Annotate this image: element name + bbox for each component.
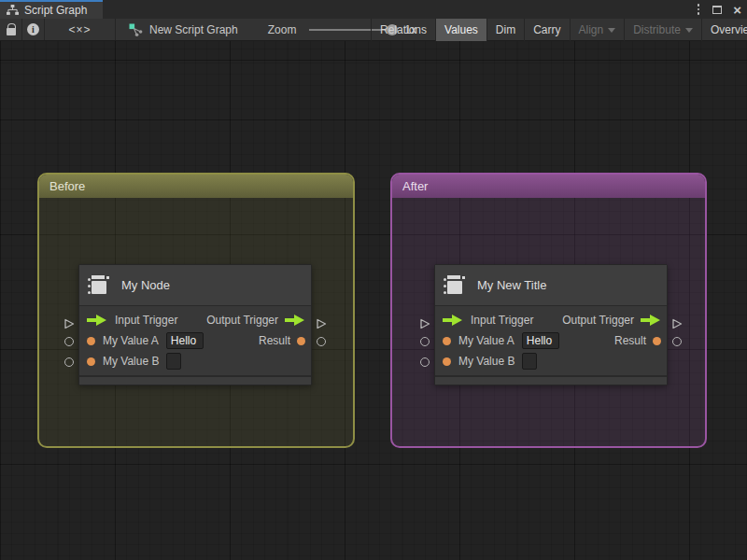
distribute-label: Distribute <box>633 23 681 36</box>
align-label: Align <box>579 23 604 36</box>
result-external-port[interactable] <box>317 337 326 346</box>
value-b-port-icon[interactable] <box>87 357 95 366</box>
value-a-port-icon[interactable] <box>443 337 451 345</box>
value-a-external-port[interactable] <box>420 337 430 346</box>
result-port-icon[interactable] <box>297 337 305 345</box>
overview-button[interactable]: Overview <box>701 19 747 41</box>
script-graph-window: Script Graph × i <×> New Script Graph <box>0 0 747 560</box>
output-trigger-label: Output Trigger <box>206 314 278 327</box>
lock-button[interactable] <box>0 19 21 40</box>
title-bar: Script Graph × <box>0 0 747 19</box>
lock-icon <box>7 28 16 35</box>
window-controls: × <box>696 0 741 19</box>
value-b-input[interactable] <box>522 353 537 370</box>
code-preview-toggle[interactable]: <×> <box>45 19 115 40</box>
input-trigger-icon[interactable] <box>87 315 107 326</box>
value-b-external-port[interactable] <box>420 357 430 367</box>
value-b-external-port[interactable] <box>64 357 74 367</box>
graph-name-label: New Script Graph <box>149 23 238 36</box>
node-body: Input Trigger Output Trigger My Value A … <box>79 306 311 375</box>
output-trigger-external-port[interactable] <box>316 316 327 333</box>
input-trigger-external-port[interactable] <box>419 316 430 333</box>
output-trigger-label: Output Trigger <box>562 314 634 327</box>
value-a-input[interactable] <box>166 332 204 349</box>
group-before-title: Before <box>49 179 85 193</box>
tab-script-graph[interactable]: Script Graph <box>0 0 103 19</box>
value-b-label: My Value B <box>458 355 514 368</box>
info-icon: i <box>27 23 39 35</box>
align-dropdown[interactable]: Align <box>570 19 625 41</box>
carry-button[interactable]: Carry <box>524 19 569 41</box>
node-title: My New Title <box>477 278 546 292</box>
node-header[interactable]: My New Title <box>435 265 667 306</box>
graph-canvas[interactable]: Before After My <box>0 41 747 560</box>
zoom-label: Zoom <box>268 23 297 36</box>
maximize-icon[interactable] <box>712 6 722 14</box>
node-footer <box>79 375 311 385</box>
dim-button[interactable]: Dim <box>486 19 524 41</box>
value-a-label: My Value A <box>103 334 159 347</box>
relations-button[interactable]: Relations <box>371 19 435 41</box>
value-b-port-icon[interactable] <box>443 357 451 366</box>
node-body: Input Trigger Output Trigger My Value A … <box>435 306 667 375</box>
input-trigger-icon[interactable] <box>443 315 463 326</box>
graph-toolbar: i <×> New Script Graph Zoom 1x Relations… <box>0 19 747 41</box>
hierarchy-icon <box>7 5 19 16</box>
value-b-label: My Value B <box>103 355 159 368</box>
chevron-down-icon <box>608 28 615 33</box>
node-title: My Node <box>121 278 170 292</box>
window-menu-icon[interactable] <box>696 2 702 17</box>
values-button[interactable]: Values <box>435 19 486 41</box>
value-b-row: My Value B <box>435 351 667 371</box>
value-a-label: My Value A <box>458 334 514 347</box>
result-external-port[interactable] <box>672 337 682 346</box>
tab-title: Script Graph <box>24 4 87 17</box>
result-port-icon[interactable] <box>653 337 661 345</box>
input-trigger-label: Input Trigger <box>115 314 177 327</box>
value-a-row: My Value A Result <box>435 330 667 351</box>
info-button[interactable]: i <box>22 19 44 40</box>
node-header[interactable]: My Node <box>79 265 311 306</box>
value-a-row: My Value A Result <box>79 330 311 351</box>
node-footer <box>435 375 667 385</box>
group-after-title: After <box>402 179 428 193</box>
value-a-port-icon[interactable] <box>87 337 95 345</box>
close-icon[interactable]: × <box>733 3 741 17</box>
trigger-row: Input Trigger Output Trigger <box>435 310 667 330</box>
group-before-header[interactable]: Before <box>39 175 353 198</box>
value-b-row: My Value B <box>79 351 311 371</box>
result-label: Result <box>259 334 290 347</box>
node-my-new-title[interactable]: My New Title Input Trigger Output Trigge… <box>434 264 668 385</box>
input-trigger-label: Input Trigger <box>471 314 533 327</box>
value-a-external-port[interactable] <box>64 337 74 346</box>
output-trigger-external-port[interactable] <box>671 316 683 333</box>
value-b-input[interactable] <box>166 353 181 370</box>
trigger-row: Input Trigger Output Trigger <box>79 310 311 330</box>
output-trigger-icon[interactable] <box>641 315 661 326</box>
distribute-dropdown[interactable]: Distribute <box>624 19 701 41</box>
toolbar-toggle-group: Relations Values Dim Carry Align Distrib… <box>371 19 747 41</box>
node-my-node[interactable]: My Node Input Trigger Output Trigger <box>78 264 312 385</box>
graph-name-button[interactable]: New Script Graph <box>116 19 247 40</box>
result-label: Result <box>614 334 646 347</box>
output-trigger-icon[interactable] <box>285 315 305 326</box>
chevron-down-icon <box>685 28 693 33</box>
unit-icon <box>87 274 111 297</box>
input-trigger-external-port[interactable] <box>63 316 75 333</box>
graph-icon <box>129 23 143 36</box>
unit-icon <box>443 274 467 297</box>
value-a-input[interactable] <box>522 332 559 349</box>
group-after-header[interactable]: After <box>392 175 705 198</box>
